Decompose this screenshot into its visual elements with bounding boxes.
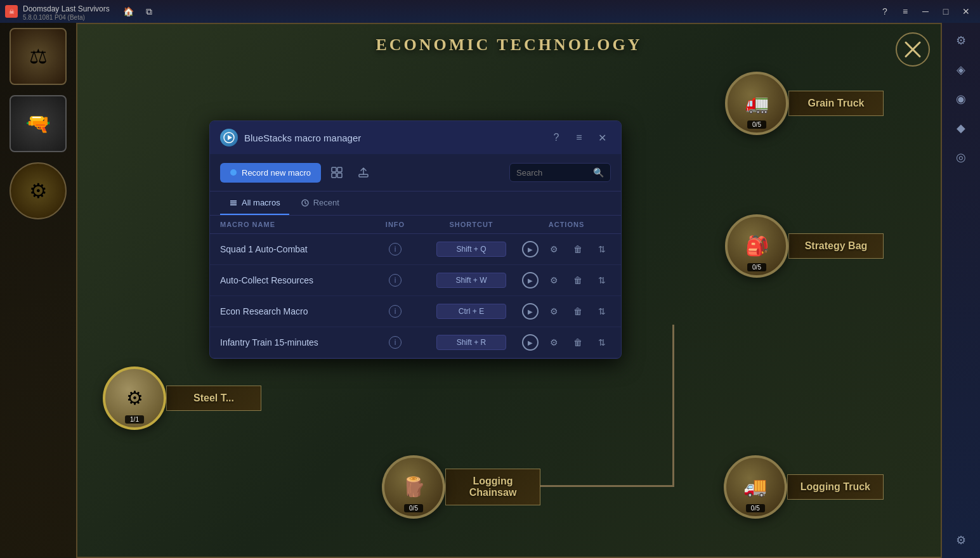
logging-chainsaw-icon: 🪵 0/5 xyxy=(382,455,445,519)
grain-truck-node[interactable]: 🚛 0/5 Grain Truck xyxy=(725,72,884,135)
play-btn-2[interactable]: ▶ xyxy=(522,272,539,289)
import-icon xyxy=(330,166,343,179)
strategy-bag-img: 🎒 xyxy=(745,235,769,257)
macro-manager-dialog: BlueStacks macro manager ? ≡ ✕ Record ne… xyxy=(209,120,622,359)
all-macros-label: All macros xyxy=(242,198,280,207)
th-shortcut: SHORTCUT xyxy=(421,221,522,228)
macro-name-2: Auto-Collect Resources xyxy=(220,275,370,285)
strategy-bag-icon: 🎒 0/5 xyxy=(725,214,788,278)
macro-row-2: Auto-Collect Resources i Shift + W ▶ ⚙ 🗑… xyxy=(210,265,621,296)
settings-btn-1[interactable]: ⚙ xyxy=(545,240,563,258)
info-icon-2[interactable]: i xyxy=(389,274,402,287)
right-sidebar-icon-1[interactable]: ⚙ xyxy=(948,28,974,53)
maximize-btn[interactable]: □ xyxy=(937,3,955,20)
right-sidebar: ⚙ ◈ ◉ ◆ ◎ ⚙ xyxy=(942,23,980,558)
window-controls: ? ≡ ─ □ ✕ xyxy=(876,3,975,20)
table-header: MACRO NAME INFO SHORTCUT ACTIONS xyxy=(210,216,621,234)
right-sidebar-icon-3[interactable]: ◉ xyxy=(948,86,974,112)
th-actions: ACTIONS xyxy=(522,221,611,228)
sidebar-gear-icon[interactable]: ⚙ xyxy=(10,162,67,219)
steel-img: ⚙ xyxy=(126,387,143,409)
delete-btn-1[interactable]: 🗑 xyxy=(569,240,587,258)
th-info: INFO xyxy=(370,221,421,228)
logging-truck-node[interactable]: 🚚 0/5 Logging Truck xyxy=(724,455,884,519)
play-btn-4[interactable]: ▶ xyxy=(522,334,539,351)
dialog-window-controls: ? ≡ ✕ xyxy=(547,129,611,146)
macro-actions-2: ▶ ⚙ 🗑 ⇅ xyxy=(522,271,611,289)
all-macros-icon xyxy=(229,198,238,207)
search-input[interactable] xyxy=(516,168,589,178)
home-btn[interactable]: 🏠 xyxy=(120,3,138,20)
dialog-close-btn[interactable]: ✕ xyxy=(593,129,611,146)
app-title: Doomsday Last Survivors xyxy=(23,4,110,13)
tab-recent[interactable]: Recent xyxy=(292,191,348,215)
grain-truck-icon: 🚛 0/5 xyxy=(725,72,788,135)
delete-btn-3[interactable]: 🗑 xyxy=(569,302,587,320)
close-btn[interactable]: ✕ xyxy=(957,3,975,20)
right-sidebar-icon-2[interactable]: ◈ xyxy=(948,57,974,82)
menu-btn[interactable]: ≡ xyxy=(896,3,914,20)
info-icon-4[interactable]: i xyxy=(389,336,402,349)
dialog-help-btn[interactable]: ? xyxy=(547,129,565,146)
macro-shortcut-2: Shift + W xyxy=(421,273,522,288)
steel-node[interactable]: ⚙ 1/1 Steel T... xyxy=(103,367,261,430)
logging-chainsaw-node[interactable]: 🪵 0/5 LoggingChainsaw xyxy=(382,455,540,519)
play-btn-1[interactable]: ▶ xyxy=(522,241,539,257)
more-btn-1[interactable]: ⇅ xyxy=(593,240,611,258)
steel-label: Steel T... xyxy=(166,386,261,411)
macro-actions-1: ▶ ⚙ 🗑 ⇅ xyxy=(522,240,611,258)
grain-truck-label: Grain Truck xyxy=(788,91,884,116)
logging-chainsaw-count: 0/5 xyxy=(404,504,423,512)
more-btn-4[interactable]: ⇅ xyxy=(593,334,611,351)
game-left-sidebar: ⚖ 🔫 ⚙ xyxy=(0,23,76,558)
app-version: 5.8.0.1081 P04 (Beta) xyxy=(23,14,110,21)
macro-info-btn-1[interactable]: i xyxy=(370,243,421,256)
export-macro-btn[interactable] xyxy=(353,162,374,183)
settings-btn-3[interactable]: ⚙ xyxy=(545,302,563,320)
layers-btn[interactable]: ⧉ xyxy=(140,3,158,20)
help-btn[interactable]: ? xyxy=(876,3,894,20)
connection-line-2 xyxy=(672,325,674,487)
more-btn-2[interactable]: ⇅ xyxy=(593,271,611,289)
right-sidebar-icon-5[interactable]: ◎ xyxy=(948,145,974,170)
right-sidebar-settings[interactable]: ⚙ xyxy=(948,528,974,553)
macro-name-3: Econ Research Macro xyxy=(220,306,370,316)
strategy-bag-node[interactable]: 🎒 0/5 Strategy Bag xyxy=(725,214,884,278)
logging-truck-count: 0/5 xyxy=(746,504,765,512)
minimize-btn[interactable]: ─ xyxy=(917,3,934,20)
import-macro-btn[interactable] xyxy=(326,162,348,183)
logging-truck-icon: 🚚 0/5 xyxy=(724,455,787,519)
macro-info-btn-4[interactable]: i xyxy=(370,336,421,349)
macro-row-1: Squad 1 Auto-Combat i Shift + Q ▶ ⚙ 🗑 ⇅ xyxy=(210,234,621,265)
macro-list: Squad 1 Auto-Combat i Shift + Q ▶ ⚙ 🗑 ⇅ … xyxy=(210,234,621,358)
more-btn-3[interactable]: ⇅ xyxy=(593,302,611,320)
settings-btn-2[interactable]: ⚙ xyxy=(545,271,563,289)
settings-btn-4[interactable]: ⚙ xyxy=(545,334,563,351)
delete-btn-2[interactable]: 🗑 xyxy=(569,271,587,289)
dialog-titlebar: BlueStacks macro manager ? ≡ ✕ xyxy=(210,121,621,154)
play-btn-3[interactable]: ▶ xyxy=(522,303,539,320)
logging-chainsaw-label: LoggingChainsaw xyxy=(445,469,540,505)
tab-all-macros[interactable]: All macros xyxy=(220,191,289,215)
macro-info-btn-2[interactable]: i xyxy=(370,274,421,287)
svg-rect-9 xyxy=(359,174,368,177)
sidebar-gun-icon[interactable]: 🔫 xyxy=(10,95,67,152)
record-macro-button[interactable]: Record new macro xyxy=(220,163,321,183)
right-sidebar-icon-4[interactable]: ◆ xyxy=(948,115,974,141)
search-box: 🔍 xyxy=(509,163,611,182)
macro-actions-3: ▶ ⚙ 🗑 ⇅ xyxy=(522,302,611,320)
info-icon-3[interactable]: i xyxy=(389,305,402,318)
sidebar-scales-icon[interactable]: ⚖ xyxy=(10,28,67,85)
dialog-menu-btn[interactable]: ≡ xyxy=(570,129,588,146)
svg-marker-4 xyxy=(228,135,232,140)
dialog-title: BlueStacks macro manager xyxy=(244,133,541,143)
recent-icon xyxy=(301,198,310,207)
econ-title: ECONOMIC TECHNOLOGY xyxy=(376,36,642,55)
delete-btn-4[interactable]: 🗑 xyxy=(569,334,587,351)
close-x-icon xyxy=(896,32,930,67)
dialog-toolbar: Record new macro 🔍 xyxy=(210,154,621,191)
info-icon-1[interactable]: i xyxy=(389,243,402,256)
macro-info-btn-3[interactable]: i xyxy=(370,305,421,318)
bluestacks-logo xyxy=(220,129,238,146)
game-close-button[interactable] xyxy=(894,30,932,68)
